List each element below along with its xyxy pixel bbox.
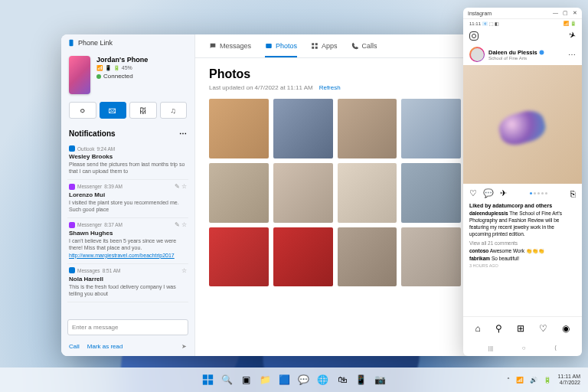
- volume-button[interactable]: 🕅: [129, 102, 157, 119]
- photo-thumbnail[interactable]: [338, 227, 397, 287]
- comment-2: fabrikam So beautiful!: [463, 255, 582, 262]
- more-icon[interactable]: ⋯: [179, 129, 187, 138]
- instagram-taskbar-icon[interactable]: 📷: [373, 372, 388, 387]
- search-icon[interactable]: ⚲: [495, 323, 502, 334]
- store-icon[interactable]: 🛍: [335, 372, 350, 387]
- svg-point-6: [539, 50, 544, 54]
- quick-actions: ⭘ 🖂 🕅 ♫: [61, 102, 194, 125]
- clock[interactable]: 11:11 AM4/7/2022: [557, 374, 580, 385]
- photo-thumbnail[interactable]: [338, 99, 397, 158]
- tabs: Messages Photos Apps Calls: [195, 34, 475, 58]
- phone-link-taskbar-icon[interactable]: 📱: [354, 372, 369, 387]
- photo-thumbnail[interactable]: [401, 163, 461, 223]
- home-button-icon[interactable]: ○: [522, 345, 526, 351]
- system-tray[interactable]: ˄ 📶 🔊 🔋 11:11 AM4/7/2022: [507, 374, 580, 385]
- like-icon[interactable]: ♡: [469, 188, 477, 198]
- tab-messages[interactable]: Messages: [209, 42, 251, 57]
- comment-icon[interactable]: 💬: [483, 188, 494, 198]
- svg-rect-2: [312, 43, 314, 45]
- bluetooth-button[interactable]: 🖂: [100, 102, 127, 119]
- location[interactable]: School of Fine Arts: [488, 56, 544, 60]
- photo-thumbnail[interactable]: [401, 227, 461, 287]
- sidebar-footer: Call Mark as read ➤: [61, 340, 194, 356]
- phone-statusbar: 11:11📧 ⬚ ◧ 📶 🔋: [463, 19, 582, 28]
- photos-icon: [265, 42, 273, 50]
- start-icon[interactable]: [201, 372, 216, 387]
- add-icon[interactable]: ⊞: [517, 323, 524, 334]
- back-icon[interactable]: ⟨: [554, 345, 557, 351]
- svg-rect-0: [70, 40, 74, 46]
- instagram-logo-icon[interactable]: [469, 31, 479, 41]
- search-icon[interactable]: 🔍: [220, 372, 235, 387]
- device-name: Jordan's Phone: [96, 56, 148, 64]
- tab-apps[interactable]: Apps: [311, 42, 338, 57]
- recents-icon[interactable]: |||: [488, 345, 493, 351]
- chat-icon[interactable]: 💬: [296, 372, 312, 387]
- notifications-header: Notifications ⋯: [61, 125, 194, 142]
- edge-icon[interactable]: 🌐: [315, 372, 331, 387]
- close-icon[interactable]: ✕: [573, 10, 577, 16]
- explorer-icon[interactable]: 📁: [258, 372, 273, 387]
- username[interactable]: Daleen du Plessis: [488, 49, 544, 56]
- profile-icon[interactable]: ◉: [562, 323, 570, 334]
- mark-read-link[interactable]: Mark as read: [87, 343, 123, 350]
- photo-thumbnail[interactable]: [273, 163, 333, 223]
- svg-rect-5: [315, 47, 318, 49]
- taskbar: 🔍 ▣ 📁 🟦 💬 🌐 🛍 📱 📷 ˄ 📶 🔊 🔋 11:11 AM4/7/20…: [0, 368, 588, 392]
- photo-thumbnail[interactable]: [209, 163, 269, 223]
- photo-thumbnail[interactable]: [273, 227, 333, 287]
- widgets-icon[interactable]: 🟦: [277, 372, 292, 387]
- notification-item[interactable]: Messages8:51 AM☆Nola HarrellThis is the …: [67, 264, 188, 302]
- notification-item[interactable]: Messenger8:39 AM✎ ☆Lorenzo MuiI visited …: [67, 180, 188, 218]
- call-link[interactable]: Call: [69, 343, 80, 350]
- dnd-button[interactable]: ⭘: [69, 102, 96, 119]
- share-icon[interactable]: ✈: [500, 188, 507, 198]
- main-panel: Messages Photos Apps Calls Photos Last u…: [195, 34, 475, 356]
- notification-item[interactable]: Messenger8:37 AM✎ ☆Shawn HughesI can't b…: [67, 218, 188, 263]
- maximize-icon[interactable]: ▢: [563, 10, 568, 16]
- tab-calls[interactable]: Calls: [351, 42, 377, 57]
- activity-icon[interactable]: ♡: [539, 323, 547, 334]
- svg-rect-9: [203, 381, 207, 385]
- post-more-icon[interactable]: ⋯: [568, 51, 576, 59]
- audio-button[interactable]: ♫: [160, 102, 188, 119]
- notification-item[interactable]: Outlook9:24 AMWesley BrooksPlease send t…: [67, 142, 188, 180]
- post-image[interactable]: [463, 65, 582, 184]
- battery-icon[interactable]: 🔋: [544, 377, 551, 384]
- avatar[interactable]: [469, 47, 485, 62]
- post-actions: ♡ 💬 ✈ ⎘: [463, 184, 582, 203]
- post-header[interactable]: Daleen du Plessis School of Fine Arts ⋯: [463, 44, 582, 65]
- sidebar: Phone Link Jordan's Phone 📶 📱 🔋 45% Conn…: [61, 34, 195, 356]
- updated-text: Last updated on 4/7/2022 at 11:11 AMRefr…: [209, 84, 461, 91]
- photo-thumbnail[interactable]: [338, 163, 397, 223]
- app-title: Phone Link: [61, 34, 194, 51]
- photo-thumbnail[interactable]: [401, 99, 461, 158]
- message-input[interactable]: Enter a message: [67, 319, 188, 335]
- verified-icon: [539, 50, 544, 55]
- direct-message-icon[interactable]: ✈: [567, 30, 577, 41]
- send-icon[interactable]: ➤: [181, 343, 187, 350]
- connection-status: Connected: [96, 73, 148, 80]
- post-time: 3 hours ago: [463, 262, 582, 270]
- photo-thumbnail[interactable]: [273, 99, 333, 158]
- likes-text[interactable]: Liked by adatumcorp and others: [463, 203, 582, 208]
- photo-thumbnail[interactable]: [209, 99, 269, 158]
- wifi-icon[interactable]: 📶: [516, 377, 524, 384]
- refresh-link[interactable]: Refresh: [319, 84, 341, 91]
- tab-photos[interactable]: Photos: [265, 42, 297, 57]
- minimize-icon[interactable]: —: [553, 10, 558, 16]
- svg-rect-1: [266, 44, 272, 48]
- task-view-icon[interactable]: ▣: [239, 372, 254, 387]
- chevron-up-icon[interactable]: ˄: [507, 377, 510, 384]
- svg-rect-3: [315, 43, 318, 45]
- carousel-dots: [530, 192, 547, 194]
- bookmark-icon[interactable]: ⎘: [570, 189, 576, 198]
- photo-thumbnail[interactable]: [209, 227, 269, 287]
- svg-rect-7: [203, 374, 207, 379]
- view-comments[interactable]: View all 21 comments: [463, 239, 582, 247]
- home-icon[interactable]: ⌂: [475, 323, 481, 334]
- device-status: 📶 📱 🔋 45%: [96, 65, 148, 71]
- phone-thumbnail[interactable]: [69, 56, 90, 94]
- volume-icon[interactable]: 🔊: [530, 377, 537, 384]
- android-nav: ||| ○ ⟨: [463, 340, 582, 356]
